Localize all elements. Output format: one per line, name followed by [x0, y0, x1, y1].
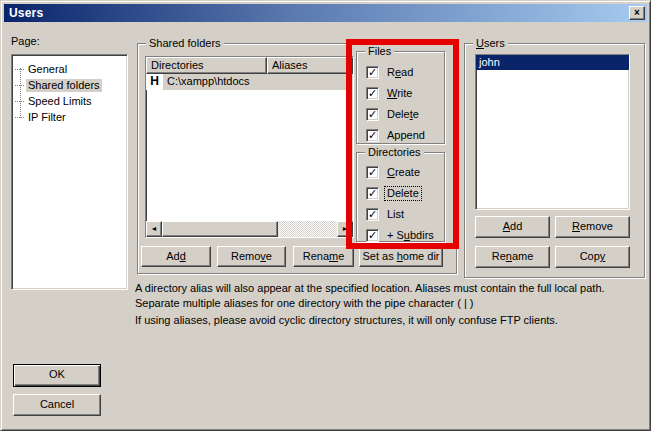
- title-bar[interactable]: Users ×: [4, 4, 647, 22]
- directory-path: C:\xampp\htdocs: [163, 74, 353, 90]
- dirs-list-checkbox[interactable]: ✓ List: [366, 207, 406, 221]
- dirs-delete-checkbox[interactable]: ✓ Delete: [366, 186, 421, 200]
- listview-header: Directories Aliases: [146, 57, 353, 74]
- close-icon[interactable]: ×: [629, 6, 645, 20]
- files-read-checkbox[interactable]: ✓ Read: [366, 65, 415, 79]
- folder-add-button[interactable]: Add: [141, 246, 211, 267]
- user-list-item[interactable]: john: [476, 55, 629, 70]
- directories-group: Directories ✓ Create ✓ Delete ✓ List ✓ +…: [356, 152, 445, 242]
- check-icon: ✓: [368, 186, 377, 200]
- directories-group-label: Directories: [365, 146, 424, 158]
- user-add-button[interactable]: Add: [475, 216, 550, 238]
- column-header-aliases[interactable]: Aliases: [267, 57, 353, 74]
- scrollbar-thumb[interactable]: [162, 221, 278, 237]
- files-append-checkbox[interactable]: ✓ Append: [366, 128, 427, 142]
- checkbox[interactable]: ✓: [366, 66, 379, 79]
- check-icon: ✓: [368, 86, 377, 100]
- scroll-right-icon[interactable]: ►: [337, 221, 353, 237]
- ok-button[interactable]: OK: [13, 364, 101, 387]
- checkbox[interactable]: ✓: [366, 208, 379, 221]
- checkbox[interactable]: ✓: [366, 229, 379, 242]
- tree-branch-icon: [15, 85, 24, 86]
- files-group-label: Files: [365, 45, 394, 57]
- files-write-checkbox[interactable]: ✓ Write: [366, 86, 414, 100]
- check-icon: ✓: [368, 228, 377, 242]
- shared-folders-listview[interactable]: Directories Aliases H C:\xampp\htdocs ◄ …: [145, 56, 354, 238]
- shared-folders-group-label: Shared folders: [146, 37, 224, 49]
- dirs-subdirs-checkbox[interactable]: ✓ + Subdirs: [366, 228, 436, 242]
- alias-description-text: A directory alias will also appear at th…: [135, 281, 643, 311]
- checkbox[interactable]: ✓: [366, 108, 379, 121]
- horizontal-scrollbar[interactable]: ◄ ►: [146, 221, 353, 237]
- files-group: Files ✓ Read ✓ Write ✓ Delete ✓ Append: [356, 51, 445, 144]
- checkbox[interactable]: ✓: [366, 166, 379, 179]
- users-group-label: Users: [473, 37, 508, 49]
- tree-branch-icon: [15, 69, 24, 70]
- tree-branch-icon: [15, 117, 24, 118]
- users-dialog: Users × Page: General Shared folders Spe…: [0, 0, 651, 431]
- tree-item-shared-folders[interactable]: Shared folders: [12, 77, 127, 93]
- set-as-home-dir-button[interactable]: Set as home dir: [359, 246, 443, 267]
- tree-branch-icon: [15, 101, 24, 102]
- scroll-left-icon[interactable]: ◄: [146, 221, 162, 237]
- checkbox[interactable]: ✓: [366, 87, 379, 100]
- user-remove-button[interactable]: Remove: [555, 216, 630, 238]
- tree-item-speed-limits[interactable]: Speed Limits: [12, 93, 127, 109]
- files-delete-checkbox[interactable]: ✓ Delete: [366, 107, 421, 121]
- user-rename-button[interactable]: Rename: [475, 246, 550, 268]
- users-listbox[interactable]: john: [475, 54, 630, 210]
- checkbox[interactable]: ✓: [366, 187, 379, 200]
- directory-row[interactable]: H C:\xampp\htdocs: [146, 74, 353, 90]
- window-title: Users: [4, 6, 43, 20]
- alias-warning-text: If using aliases, please avoid cyclic di…: [135, 313, 643, 328]
- dirs-create-checkbox[interactable]: ✓ Create: [366, 165, 422, 179]
- checkbox[interactable]: ✓: [366, 129, 379, 142]
- folder-remove-button[interactable]: Remove: [217, 246, 286, 267]
- page-label: Page:: [11, 35, 40, 47]
- page-tree[interactable]: General Shared folders Speed Limits IP F…: [11, 54, 128, 290]
- tree-item-ip-filter[interactable]: IP Filter: [12, 109, 127, 125]
- column-header-directories[interactable]: Directories: [146, 57, 267, 74]
- check-icon: ✓: [368, 128, 377, 142]
- check-icon: ✓: [368, 65, 377, 79]
- home-flag: H: [146, 74, 163, 90]
- check-icon: ✓: [368, 165, 377, 179]
- user-name: john: [479, 56, 500, 68]
- check-icon: ✓: [368, 207, 377, 221]
- user-copy-button[interactable]: Copy: [555, 246, 630, 268]
- check-icon: ✓: [368, 107, 377, 121]
- tree-item-general[interactable]: General: [12, 61, 127, 77]
- folder-rename-button[interactable]: Rename: [293, 246, 354, 267]
- cancel-button[interactable]: Cancel: [13, 394, 101, 416]
